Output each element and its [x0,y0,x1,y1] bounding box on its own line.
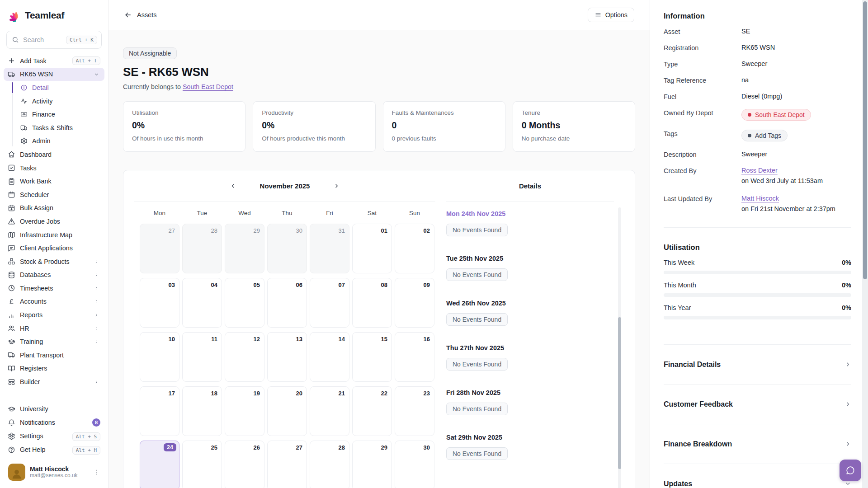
sidebar-subitem-activity[interactable]: Activity [12,94,104,108]
calendar-day-05[interactable]: 05 [225,278,264,328]
day-number: 16 [424,336,430,343]
calendar-day-07[interactable]: 07 [310,278,349,328]
kebab-menu-icon[interactable] [93,469,100,476]
calendar-day-10[interactable]: 10 [140,332,179,382]
sidebar-item-university[interactable]: University [4,402,104,416]
calendar-day-18[interactable]: 18 [182,386,222,436]
sidebar-item-settings[interactable]: SettingsAlt + S [4,429,104,443]
calendar-day-16[interactable]: 16 [395,332,434,382]
calendar-day-09[interactable]: 09 [395,278,434,328]
calendar-day-19[interactable]: 19 [225,386,264,436]
calendar-day-29-prev[interactable]: 29 [225,224,264,273]
sidebar-item-hr[interactable]: HR [4,322,104,335]
sidebar-item-builder[interactable]: Builder [4,375,104,389]
section-financial-details[interactable]: Financial Details [664,344,851,384]
ross-dexter-link[interactable]: Ross Dexter [741,167,778,174]
section-label: Updates [664,480,692,488]
calendar-day-02[interactable]: 02 [395,224,434,273]
add-tags-pill[interactable]: Add Tags [741,130,788,141]
back-button[interactable]: Assets [124,11,157,19]
calendar-day-17[interactable]: 17 [140,386,179,436]
sidebar-item-infrastructure-map[interactable]: Infrastructure Map [4,228,104,242]
sidebar-item-plant-transport[interactable]: Plant Transport [4,348,104,362]
user-card[interactable]: Matt Hiscock matt@senses.co.uk [5,462,103,483]
calendar-day-21[interactable]: 21 [310,386,349,436]
clipboard-icon [8,178,15,185]
sidebar-item-databases[interactable]: Databases [4,268,104,282]
details-entry-tue-25th-nov-2025: Tue 25th Nov 2025No Events Found [446,255,614,281]
calendar-day-26[interactable]: 26 [225,441,264,488]
calendar-day-28[interactable]: 28 [310,441,349,488]
sidebar-item-training[interactable]: Training [4,335,104,348]
sidebar-item-stock-products[interactable]: Stock & Products [4,255,104,268]
calendar-day-15[interactable]: 15 [352,332,392,382]
calendar-prev-button[interactable] [230,183,236,189]
options-button[interactable]: Options [588,8,634,22]
sidebar-subitem-detail[interactable]: Detail [12,81,104,94]
calendar-day-31-prev[interactable]: 31 [310,224,349,273]
calendar-day-22[interactable]: 22 [352,386,392,436]
sidebar-item-accounts[interactable]: Accounts [4,295,104,309]
calendar-day-12[interactable]: 12 [225,332,264,382]
calendar-day-13[interactable]: 13 [267,332,307,382]
sidebar-item-scheduler[interactable]: Scheduler [4,188,104,202]
calendar-day-03[interactable]: 03 [140,278,179,328]
day-number: 01 [381,227,387,234]
home-icon [8,150,15,158]
matt-hiscock-link[interactable]: Matt Hiscock [741,195,779,202]
calendar-day-30-prev[interactable]: 30 [267,224,307,273]
sidebar-item-dashboard[interactable]: Dashboard [4,148,104,161]
search-input[interactable]: Search Ctrl + K [6,31,102,49]
sidebar-item-reports[interactable]: Reports [4,308,104,322]
calendar-day-28-prev[interactable]: 28 [182,224,222,273]
sidebar-item-work-bank[interactable]: Work Bank [4,174,104,188]
window-scrollbar[interactable] [862,0,868,488]
window-scrollbar-thumb[interactable] [863,1,867,279]
info-row-type: TypeSweeper [664,60,851,76]
sidebar-item-timesheets[interactable]: Timesheets [4,282,104,295]
sidebar-subitem-admin[interactable]: Admin [12,135,104,148]
calendar-day-27[interactable]: 27 [267,441,307,488]
sidebar-subitem-finance[interactable]: Finance [12,108,104,121]
utilisation-value: 0% [842,259,851,266]
sidebar-item-tasks[interactable]: Tasks [4,161,104,175]
day-number: 23 [424,390,430,397]
sidebar-item-notifications[interactable]: Notifications8 [4,416,104,429]
sidebar-item-bulk-assign[interactable]: Bulk Assign [4,202,104,215]
sidebar-item-overdue-jobs[interactable]: Overdue Jobs [4,215,104,228]
gear-icon [8,432,15,440]
page-subtitle: Currently belongs to South East Depot [123,83,635,90]
calendar-day-30[interactable]: 30 [395,441,434,488]
sidebar-item-get-help[interactable]: Get HelpAlt + H [4,443,104,456]
sidebar-subitem-tasks-shifts[interactable]: Tasks & Shifts [12,121,104,135]
sidebar-item-client-applications[interactable]: Client Applications [4,241,104,255]
chat-button[interactable] [840,460,861,481]
calendar-day-14[interactable]: 14 [310,332,349,382]
sidebar-item-registers[interactable]: Registers [4,362,104,375]
calendar-day-25[interactable]: 25 [182,441,222,488]
south-east-depot-pill[interactable]: South East Depot [741,109,811,121]
calendar-day-23[interactable]: 23 [395,386,434,436]
sidebar-item-add-task[interactable]: Add TaskAlt + T [4,54,104,68]
calendar-day-11[interactable]: 11 [182,332,222,382]
calendar-day-01[interactable]: 01 [352,224,392,273]
calendar-next-button[interactable] [333,183,340,189]
section-label: Financial Details [664,361,721,369]
info-row-owned-by-depot: Owned By DepotSouth East Depot [664,109,851,130]
section-updates[interactable]: Updates [664,464,851,488]
calendar-day-06[interactable]: 06 [267,278,307,328]
depot-link[interactable]: South East Depot [183,83,233,90]
sidebar-item-rk65-wsn[interactable]: RK65 WSN [4,68,104,81]
calendar-day-20[interactable]: 20 [267,386,307,436]
details-scrollbar-thumb[interactable] [618,317,621,469]
section-customer-feedback[interactable]: Customer Feedback [664,384,851,424]
calendar-day-24[interactable]: 24 [140,441,179,488]
calendar-day-04[interactable]: 04 [182,278,222,328]
section-finance-breakdown[interactable]: Finance Breakdown [664,424,851,464]
calendar-day-08[interactable]: 08 [352,278,392,328]
info-row-label: Owned By Depot [664,109,741,117]
info-row-value: Diesel (0mpg) [741,93,782,100]
calendar-day-29[interactable]: 29 [352,441,392,488]
details-scrollbar[interactable] [618,207,621,488]
calendar-day-27-prev[interactable]: 27 [140,224,179,273]
